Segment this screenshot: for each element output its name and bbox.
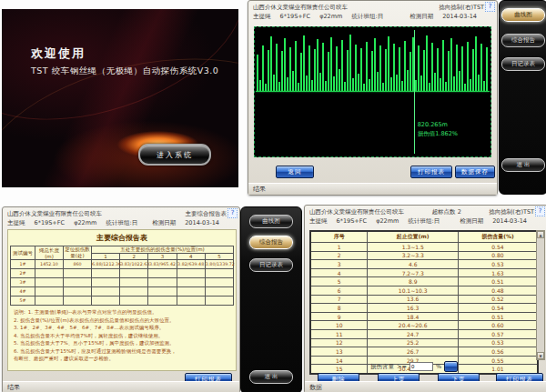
signal-bar [336, 46, 338, 91]
rope-spec: 6*19S+FC [35, 219, 66, 226]
damage-table-row[interactable]: 23.2~3.30.80 [310, 251, 538, 260]
report-cell [177, 297, 205, 306]
waveform-side-panel: 曲线图 综合报告 日记录表 退 出 [499, 0, 546, 195]
damage-cell: 13.6 [368, 295, 458, 304]
report-cell: 3.83/965.42 [148, 260, 177, 269]
damage-cell: 8 [310, 304, 368, 313]
splash-screen: 欢迎使用 TST 绞车钢丝绳（无极绳）自动探伤系统V3.0 进入系统 [2, 9, 238, 187]
signal-bar [366, 42, 368, 91]
data-window: 山西介休义棠煤业有限责任公司绞车 超标点数 2 捻向捻制(右)TST 主提绳 6… [304, 205, 546, 392]
signal-bar [379, 45, 381, 91]
report-table-row: 2# [11, 269, 234, 278]
sub-header: 4 [177, 254, 205, 260]
status-bar: 结果 [248, 183, 497, 195]
table-scrollbar[interactable]: ▲ ▼ [536, 230, 545, 360]
report-cell [177, 287, 205, 297]
damage-table-row[interactable]: 816.30.54 [310, 304, 538, 313]
rope-label: 主提绳 [309, 217, 328, 225]
signal-bar [423, 50, 425, 91]
rope-spec: 6*19S+FC [337, 217, 368, 225]
help-icon[interactable]: ? [228, 208, 238, 218]
daily-log-button[interactable]: 日记录表 [501, 57, 545, 71]
filter-value-input[interactable] [410, 362, 433, 371]
signal-bar [434, 73, 436, 91]
damage-filter: 损伤含量 >= % [370, 361, 458, 372]
damage-table-row[interactable]: 58.90.51 [310, 277, 538, 286]
save-data-button[interactable]: 数据保存 [455, 166, 495, 178]
damage-table-row[interactable]: 1225.20.53 [310, 338, 538, 347]
help-icon[interactable]: ? [485, 2, 495, 12]
damage-table-row[interactable]: 713.60.52 [310, 295, 538, 304]
signal-bar [440, 78, 441, 91]
damage-table-row[interactable]: 610.1~10.30.48 [310, 286, 538, 295]
enter-system-button[interactable]: 进入系统 [138, 144, 211, 166]
damage-cell: 5 [310, 277, 368, 286]
signal-bar [298, 83, 299, 91]
report-cell: 5# [11, 297, 35, 306]
damage-table-row[interactable]: 47.2~7.31.63 [310, 268, 538, 277]
note-line: 4. 当总损伤含量不大于平均值7%时，属轻度损伤，建议继续使用。 [14, 332, 232, 340]
cursor-damage: 损伤值1.862% [418, 129, 458, 138]
date-value: 2014-03-14 [442, 13, 477, 20]
signal-bar [399, 47, 400, 91]
lay-info: 捻向捻制(右)TST [439, 3, 484, 12]
date-label: 检测日期 [460, 217, 483, 225]
report-cell [205, 297, 233, 306]
scroll-up-icon[interactable]: ▲ [537, 231, 544, 238]
report-cell [92, 269, 120, 278]
col-header-top5: 五处主要损伤的损伤含量(%)/位置(m) [92, 246, 234, 254]
signal-bar [377, 72, 379, 91]
damage-cell: 0.54 [458, 304, 538, 313]
damage-cell: 7 [310, 295, 368, 304]
signal-bar [278, 82, 280, 91]
exit-button[interactable]: 退 出 [249, 370, 293, 384]
daily-log-button[interactable]: 日记录表 [249, 258, 293, 272]
signal-bar [308, 45, 310, 91]
scroll-down-icon[interactable]: ▼ [537, 352, 544, 359]
damage-table-row[interactable]: 918.40.51 [310, 312, 538, 321]
curve-view-button[interactable]: 曲线图 [249, 215, 293, 228]
report-cell [205, 269, 233, 278]
exit-button[interactable]: 退 出 [501, 158, 545, 172]
report-title-right: 主要综合报告表 [186, 209, 228, 218]
signal-bar [393, 44, 395, 91]
signal-bar [410, 52, 411, 91]
damage-table-row[interactable]: 11.3~1.50.54 [310, 243, 538, 252]
col-header-test-id: 测试编号 [11, 246, 35, 260]
signal-bar [287, 77, 288, 91]
signal-bar [480, 44, 482, 91]
print-report-button[interactable]: 打印报表 [410, 166, 452, 178]
damage-cell: 14 [310, 356, 368, 365]
report-header: 山西介休义棠煤业有限责任公司绞车 主要综合报告表 主提绳 6*19S+FC φ2… [3, 207, 239, 228]
signal-chart[interactable]: 820.265m 损伤值1.862% [254, 26, 491, 157]
chart-baseline [256, 91, 490, 92]
waveform-window: 山西介休义棠煤业有限责任公司绞车 捻向捻制(右)TST 主提绳 6*19S+FC… [248, 0, 498, 196]
note-line: 有断丝、磨损严重时，建议采取进一步检验。 [14, 355, 232, 363]
signal-bar [347, 50, 349, 91]
damage-cell: 0.53 [458, 260, 538, 269]
report-view-button[interactable]: 综合报告 [249, 236, 293, 249]
filter-unit: % [436, 363, 441, 370]
back-button[interactable]: 返回 [276, 166, 314, 178]
sub-header: 3 [148, 254, 177, 260]
curve-view-button[interactable]: 曲线图 [501, 8, 545, 22]
report-cell: 3.80/1339.72 [205, 260, 233, 269]
damage-cell: 7.2~7.3 [368, 268, 458, 277]
help-icon[interactable]: ? [535, 206, 545, 216]
app-title: TST 绞车钢丝绳（无极绳）自动探伤系统V3.0 [31, 65, 218, 77]
damage-table-row[interactable]: 1020.4~20.60.60 [310, 321, 538, 330]
signal-bar [328, 52, 329, 91]
damage-table-row[interactable]: 1124.70.57 [310, 329, 538, 338]
damage-cell: 0.56 [458, 347, 538, 357]
report-cell [205, 287, 233, 297]
note-line: 2. 损伤含量(%)/位置(m)表示损伤点的损伤总量值和损伤点的大致位置。 [14, 317, 232, 325]
signal-bar [426, 35, 428, 91]
signal-bar [322, 43, 324, 91]
filter-apply-button[interactable] [444, 361, 458, 372]
signal-bar [295, 41, 297, 91]
signal-bar [276, 44, 278, 91]
chart-cursor-line[interactable] [414, 30, 415, 154]
damage-table-row[interactable]: 34.60.53 [310, 260, 538, 269]
damage-table-row[interactable]: 1326.70.56 [310, 347, 538, 357]
report-view-button[interactable]: 综合报告 [501, 34, 545, 47]
